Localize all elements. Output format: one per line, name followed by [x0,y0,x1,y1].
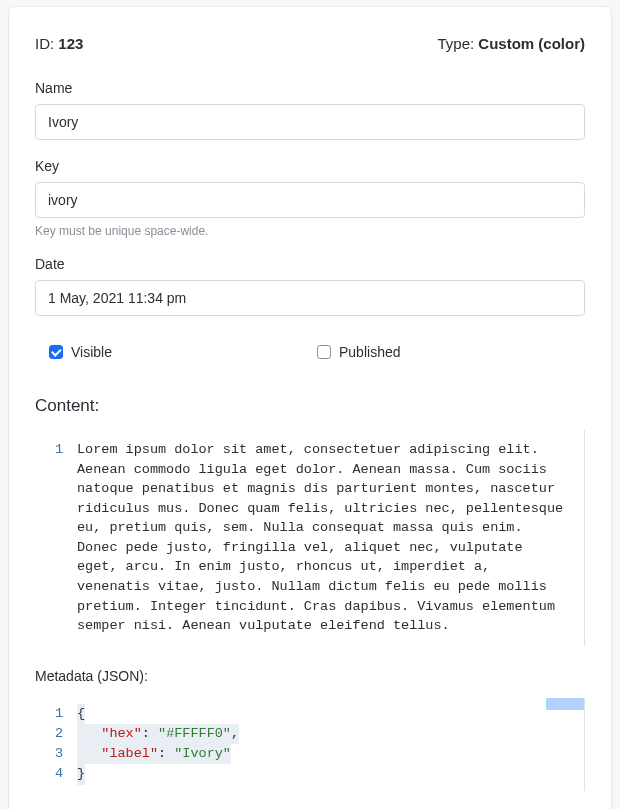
content-body[interactable]: Lorem ipsum dolor sit amet, consectetuer… [77,440,576,636]
json-close-brace: } [77,766,85,781]
metadata-line-number: 2 [53,724,63,744]
date-input[interactable] [35,280,585,316]
visible-label: Visible [71,344,112,360]
metadata-line-number: 3 [53,744,63,764]
json-key-label: "label" [101,746,158,761]
date-label: Date [35,256,585,272]
date-field: Date [35,256,585,316]
header-row: ID: 123 Type: Custom (color) [35,35,585,52]
json-open-brace: { [77,706,85,721]
content-title: Content: [35,396,585,416]
key-helper: Key must be unique space-wide. [35,224,585,238]
visible-checkbox-item[interactable]: Visible [49,344,317,360]
metadata-gutter: 1 2 3 4 [35,704,63,785]
metadata-editor[interactable]: 1 2 3 4 { "hex": "#FFFFF0", "label": "Iv… [35,698,585,791]
visible-checkbox[interactable] [49,345,63,359]
json-val-label: "Ivory" [174,746,231,761]
published-checkbox[interactable] [317,345,331,359]
metadata-title: Metadata (JSON): [35,668,585,684]
content-editor[interactable]: 1 Lorem ipsum dolor sit amet, consectetu… [35,430,585,646]
type-value: Custom (color) [478,35,585,52]
content-gutter: 1 [35,440,63,636]
id-block: ID: 123 [35,35,83,52]
metadata-body[interactable]: { "hex": "#FFFFF0", "label": "Ivory" } [77,704,576,785]
key-field: Key Key must be unique space-wide. [35,158,585,238]
id-label: ID: [35,35,58,52]
name-input[interactable] [35,104,585,140]
type-block: Type: Custom (color) [437,35,585,52]
checkbox-row: Visible Published [49,344,585,360]
key-label: Key [35,158,585,174]
key-input[interactable] [35,182,585,218]
entry-card: ID: 123 Type: Custom (color) Name Key Ke… [8,6,612,809]
name-label: Name [35,80,585,96]
published-label: Published [339,344,401,360]
json-key-hex: "hex" [101,726,142,741]
json-val-hex: "#FFFFF0" [158,726,231,741]
metadata-line-number: 1 [53,704,63,724]
name-field: Name [35,80,585,140]
type-label: Type: [437,35,478,52]
selection-highlight [546,698,584,710]
published-checkbox-item[interactable]: Published [317,344,585,360]
content-line-number: 1 [53,440,63,460]
metadata-line-number: 4 [53,764,63,784]
id-value: 123 [58,35,83,52]
